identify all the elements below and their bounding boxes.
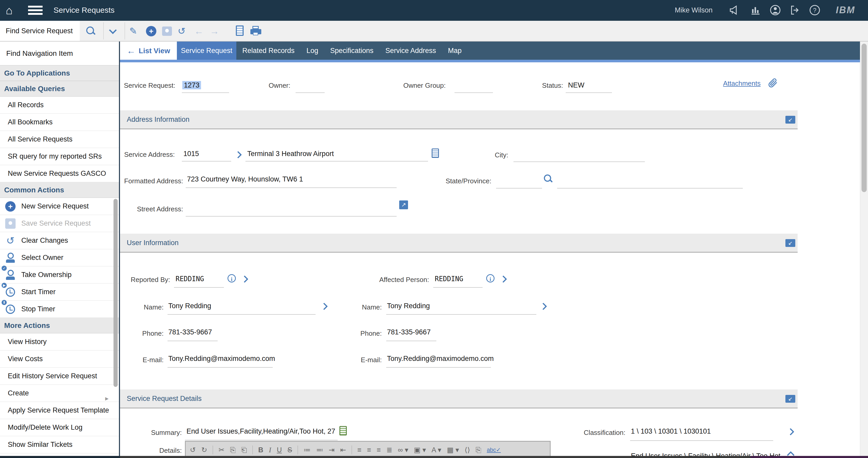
- paperclip-icon[interactable]: [767, 77, 778, 88]
- spellcheck-icon[interactable]: abc✓: [487, 444, 501, 456]
- menu-icon[interactable]: [28, 6, 42, 15]
- classification-value[interactable]: 1 \ 103 \ 10301 \ 1030101: [631, 427, 711, 436]
- query-new-sr-gasco[interactable]: New Service Requests GASCO: [0, 165, 119, 182]
- image-icon[interactable]: ▣ ▾: [414, 444, 426, 456]
- tab-log[interactable]: Log: [301, 41, 324, 60]
- detail-menu-chevron-icon[interactable]: [540, 303, 547, 310]
- action-create[interactable]: Create▸: [0, 385, 119, 402]
- query-all-service-requests[interactable]: All Service Requests: [0, 131, 119, 148]
- cut-icon[interactable]: ✂: [219, 444, 225, 456]
- query-my-reported-srs[interactable]: SR query for my reported SRs: [0, 148, 119, 165]
- previous-record-icon[interactable]: ←: [194, 26, 204, 37]
- action-show-similar-tickets[interactable]: Show Similar Tickets: [0, 436, 119, 453]
- tab-service-address[interactable]: Service Address: [379, 41, 442, 60]
- service-request-value[interactable]: 1273: [182, 80, 201, 90]
- owner-field[interactable]: [296, 92, 324, 93]
- table-icon[interactable]: ▦ ▾: [447, 444, 459, 456]
- service-address-value[interactable]: 1015: [183, 149, 199, 158]
- italic-icon[interactable]: I: [269, 444, 271, 456]
- search-icon[interactable]: [86, 26, 96, 36]
- long-description-icon[interactable]: [432, 149, 439, 158]
- affected-person-value[interactable]: REDDING: [435, 274, 463, 284]
- affected-name-value[interactable]: Tony Redding: [387, 301, 430, 310]
- home-icon[interactable]: ⌂: [6, 3, 13, 18]
- chart-icon[interactable]: [750, 4, 762, 16]
- find-navigation-input[interactable]: Find Navigation Item: [0, 41, 119, 65]
- action-start-timer[interactable]: ▶ Start Timer: [0, 284, 119, 301]
- text-color-icon[interactable]: A ▾: [432, 444, 441, 456]
- state-province-field[interactable]: [496, 188, 542, 189]
- redo-icon[interactable]: ↻: [201, 444, 207, 456]
- action-edit-history-sr[interactable]: Edit History Service Request: [0, 368, 119, 385]
- collapse-section-icon[interactable]: ↙: [785, 395, 795, 403]
- paste-plain-icon[interactable]: ⎘: [475, 444, 481, 456]
- report-icon[interactable]: [236, 26, 244, 36]
- tab-related-records[interactable]: Related Records: [236, 41, 301, 60]
- summary-long-description-icon[interactable]: [339, 426, 347, 435]
- help-icon[interactable]: ?: [809, 4, 821, 16]
- align-justify-icon[interactable]: ≣: [386, 444, 393, 456]
- action-view-costs[interactable]: View Costs: [0, 351, 119, 368]
- paste-icon[interactable]: ⎗: [241, 444, 247, 456]
- detail-menu-chevron-icon[interactable]: [787, 428, 794, 435]
- code-icon[interactable]: ⟨⟩: [465, 444, 470, 456]
- copy-icon[interactable]: ⎘: [230, 444, 236, 456]
- page-scrollbar-thumb[interactable]: [862, 44, 867, 192]
- service-request-details-section-header[interactable]: Service Request Details ↙: [120, 389, 798, 408]
- goto-applications-header[interactable]: Go To Applications: [0, 65, 119, 81]
- print-icon[interactable]: [250, 26, 261, 36]
- action-new-service-request[interactable]: + New Service Request: [0, 198, 119, 215]
- detail-menu-chevron-icon[interactable]: [241, 275, 248, 283]
- clear-changes-icon[interactable]: ↺: [178, 26, 185, 37]
- reported-name-value[interactable]: Tony Redding: [168, 301, 211, 310]
- user-name[interactable]: Mike Wilson: [675, 6, 713, 14]
- owner-group-field[interactable]: [455, 92, 493, 93]
- align-right-icon[interactable]: ≡: [377, 444, 381, 456]
- strikethrough-icon[interactable]: S: [287, 444, 292, 456]
- reported-by-value[interactable]: REDDING: [176, 274, 204, 284]
- outdent-icon[interactable]: ⇤: [340, 444, 346, 456]
- service-address-description[interactable]: Terminal 3 Heathrow Airport: [247, 149, 334, 158]
- person-info-icon[interactable]: i: [227, 274, 236, 283]
- reported-phone-value[interactable]: 781-335-9667: [168, 327, 212, 337]
- action-stop-timer[interactable]: Ⅱ Stop Timer: [0, 301, 119, 318]
- state-lookup-icon[interactable]: [544, 174, 553, 183]
- next-record-icon[interactable]: →: [210, 26, 219, 37]
- query-all-records[interactable]: All Records: [0, 97, 119, 114]
- summary-value[interactable]: End User Issues,Facility,Heating/Air,Too…: [186, 427, 336, 436]
- action-select-owner[interactable]: Select Owner: [0, 249, 119, 266]
- tab-service-request[interactable]: Service Request: [177, 41, 236, 60]
- affected-email-value[interactable]: Tony.Redding@maximodemo.com: [387, 354, 494, 363]
- detail-menu-chevron-icon[interactable]: [500, 275, 507, 283]
- action-clear-changes[interactable]: ↺ Clear Changes: [0, 232, 119, 249]
- tab-list-view[interactable]: ←List View: [120, 41, 177, 60]
- reported-email-value[interactable]: Tony.Redding@maximodemo.com: [168, 354, 275, 363]
- affected-phone-value[interactable]: 781-335-9667: [387, 327, 431, 337]
- status-value[interactable]: NEW: [568, 80, 584, 90]
- unordered-list-icon[interactable]: ≕: [316, 444, 323, 456]
- profile-icon[interactable]: [769, 4, 781, 16]
- indent-icon[interactable]: ⇥: [329, 444, 335, 456]
- state-province-description-field[interactable]: [557, 188, 743, 189]
- save-record-icon[interactable]: [162, 27, 172, 36]
- person-info-icon[interactable]: i: [486, 274, 495, 283]
- details-rich-text-editor[interactable]: ↺ ↻ ✂ ⎘ ⎗ B I U S ≔ ≕ ⇥ ⇤ ≡ ≡ ≡ ≣ ∞ ▾ ▣ …: [185, 441, 551, 456]
- user-information-section-header[interactable]: User Information ↙: [120, 234, 798, 253]
- action-take-ownership[interactable]: ✓ Take Ownership: [0, 266, 119, 284]
- link-icon[interactable]: ∞ ▾: [398, 444, 408, 456]
- page-scrollbar[interactable]: [860, 41, 868, 458]
- undo-icon[interactable]: ↺: [190, 444, 196, 456]
- tab-map[interactable]: Map: [442, 41, 468, 60]
- find-record-input[interactable]: Find Service Request: [0, 21, 80, 41]
- city-field[interactable]: [514, 162, 645, 162]
- action-view-history[interactable]: View History: [0, 333, 119, 351]
- expand-chevron-icon[interactable]: [787, 451, 795, 456]
- align-left-icon[interactable]: ≡: [358, 444, 362, 456]
- tab-specifications[interactable]: Specifications: [324, 41, 379, 60]
- detail-menu-chevron-icon[interactable]: [320, 303, 328, 310]
- bold-icon[interactable]: B: [258, 444, 264, 456]
- underline-icon[interactable]: U: [277, 444, 282, 456]
- logout-icon[interactable]: [789, 4, 801, 16]
- query-all-bookmarks[interactable]: All Bookmarks: [0, 114, 119, 131]
- ordered-list-icon[interactable]: ≔: [304, 444, 311, 456]
